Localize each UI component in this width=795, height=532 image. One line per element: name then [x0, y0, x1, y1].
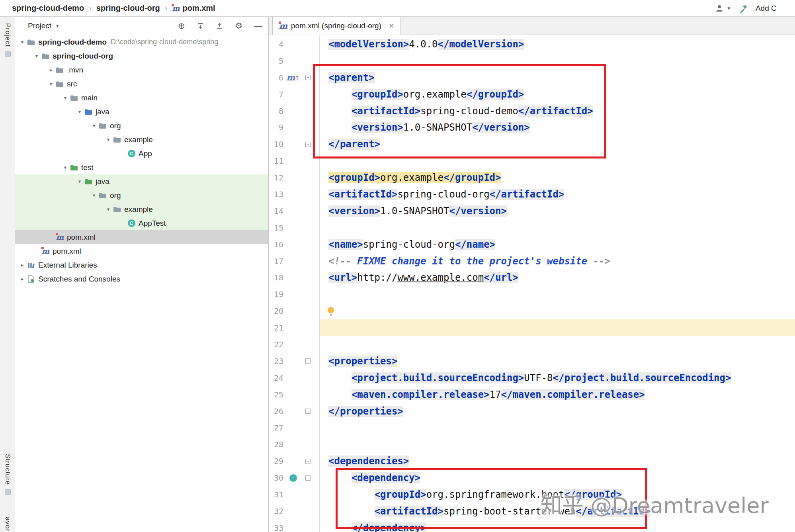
chevron-down-icon[interactable]: ▾ — [104, 206, 113, 212]
maven-parent-icon[interactable]: m↑ — [286, 72, 300, 82]
chevron-down-icon[interactable]: ▾ — [32, 53, 41, 59]
chevron-down-icon[interactable]: ▾ — [47, 81, 55, 87]
code-line[interactable]: 32<artifactId>spring-boot-starter-web</a… — [269, 503, 795, 520]
code-token: <maven.compiler.release> — [352, 389, 490, 400]
code-line[interactable]: 20 — [269, 303, 795, 319]
code-line[interactable]: 33</dependency> — [269, 520, 795, 532]
code-line[interactable]: 24<project.build.sourceEncoding>UTF-8</p… — [269, 370, 795, 386]
code-line[interactable]: 31<groupId>org.springframework.boot</gro… — [269, 486, 795, 503]
fold-marker-icon[interactable]: − — [305, 75, 311, 80]
chevron-down-icon[interactable]: ▼ — [727, 6, 731, 11]
navigate-up-icon[interactable]: ↑ — [289, 474, 297, 482]
tree-row-main[interactable]: ▾main — [15, 91, 268, 105]
code-line[interactable]: 19 — [269, 286, 795, 303]
tree-row-external-libraries[interactable]: ▸External Libraries — [15, 258, 268, 272]
chevron-down-icon[interactable]: ▾ — [61, 95, 70, 101]
structure-stripe-label[interactable]: Structure — [4, 454, 12, 485]
tree-row-pom-xml[interactable]: mpom.xml — [15, 230, 268, 244]
code-line[interactable]: 28 — [269, 436, 795, 453]
user-account-icon[interactable] — [715, 4, 724, 13]
tool-window-button-structure[interactable]: Structure — [0, 454, 15, 495]
tree-row-example[interactable]: ▾example — [15, 202, 268, 216]
code-line[interactable]: 21 — [269, 319, 795, 336]
favorites-stripe-label[interactable]: avorites — [4, 517, 12, 532]
code-line[interactable]: 18<url>http://www.example.com</url> — [269, 269, 795, 286]
settings-gear-icon[interactable]: ⚙ — [234, 21, 244, 31]
tree-row-apptest[interactable]: CAppTest — [15, 216, 268, 230]
code-token: org.example — [403, 89, 467, 100]
code-line[interactable]: 11 — [269, 153, 795, 169]
fold-marker-icon[interactable]: − — [305, 475, 311, 481]
code-line[interactable]: 16<name>spring-cloud-org</name> — [269, 236, 795, 253]
tree-row-example[interactable]: ▾example — [15, 133, 268, 147]
project-stripe-label[interactable]: Project — [4, 23, 12, 47]
fold-slot: − — [301, 409, 314, 414]
code-editor-area[interactable]: 4<modelVersion>4.0.0</modelVersion>56m↑−… — [269, 35, 795, 532]
tree-row-scratches-and-consoles[interactable]: ▸Scratches and Consoles — [15, 272, 268, 286]
expand-all-icon[interactable] — [196, 21, 205, 31]
code-line[interactable]: 15 — [269, 219, 795, 236]
tree-row-spring-cloud-org[interactable]: ▾spring-cloud-org — [15, 49, 268, 63]
chevron-right-icon[interactable]: ▸ — [47, 67, 55, 73]
code-line[interactable]: 4<modelVersion>4.0.0</modelVersion> — [269, 36, 795, 53]
code-line[interactable]: 5 — [269, 53, 795, 69]
fold-marker-icon[interactable]: − — [305, 142, 311, 147]
chevron-down-icon[interactable]: ▾ — [75, 109, 84, 115]
code-line[interactable]: 30↑−<dependency> — [269, 469, 795, 486]
chevron-down-icon[interactable]: ▾ — [61, 164, 70, 170]
code-line[interactable]: 6m↑−<parent> — [269, 69, 795, 86]
chevron-down-icon[interactable]: ▾ — [75, 178, 84, 184]
close-tab-icon[interactable]: ✕ — [389, 22, 394, 30]
code-line[interactable]: 22 — [269, 336, 795, 353]
chevron-down-icon[interactable]: ▾ — [90, 123, 98, 129]
code-line[interactable]: 25<maven.compiler.release>17</maven.comp… — [269, 386, 795, 403]
tree-row-org[interactable]: ▾org — [15, 119, 268, 133]
code-line[interactable]: 26−</properties> — [269, 403, 795, 420]
fold-slot: − — [301, 459, 314, 464]
chevron-right-icon[interactable]: ▸ — [18, 276, 27, 282]
code-line[interactable]: 12<groupId>org.example</groupId> — [269, 169, 795, 186]
code-line[interactable]: 17<!-- FIXME change it to the project's … — [269, 253, 795, 270]
code-token: spring-cloud-demo — [420, 106, 518, 117]
tree-row-org[interactable]: ▾org — [15, 188, 268, 202]
tree-row-java[interactable]: ▾java — [15, 174, 268, 188]
breadcrumb-item-spring-cloud-org[interactable]: spring-cloud-org — [96, 4, 160, 13]
hide-panel-icon[interactable]: — — [253, 21, 263, 31]
code-line[interactable]: 29−<dependencies> — [269, 453, 795, 469]
build-hammer-icon[interactable] — [738, 4, 748, 14]
tree-row-test[interactable]: ▾test — [15, 160, 268, 174]
tab-pom-xml[interactable]: m pom.xml (spring-cloud-org) ✕ — [272, 17, 401, 35]
chevron-right-icon[interactable]: ▸ — [18, 262, 27, 268]
code-line[interactable]: 10−</parent> — [269, 136, 795, 153]
breadcrumb-item-spring-cloud-demo[interactable]: spring-cloud-demo — [12, 4, 84, 13]
code-line[interactable]: 23−<properties> — [269, 353, 795, 370]
tree-row-pom-xml[interactable]: mpom.xml — [15, 244, 268, 258]
chevron-down-icon[interactable]: ▾ — [104, 137, 113, 143]
tree-row--mvn[interactable]: ▸.mvn — [15, 63, 268, 77]
locate-file-icon[interactable]: ⊕ — [177, 21, 186, 31]
chevron-down-icon[interactable]: ▾ — [90, 192, 98, 198]
add-configuration-button[interactable]: Add C — [756, 4, 777, 13]
fold-marker-icon[interactable]: − — [305, 358, 311, 364]
code-line[interactable]: 27 — [269, 419, 795, 436]
chevron-down-icon[interactable]: ▾ — [18, 39, 27, 45]
code-token: <version> — [352, 122, 403, 133]
tree-row-java[interactable]: ▾java — [15, 105, 268, 119]
collapse-all-icon[interactable] — [215, 21, 225, 31]
fold-marker-icon[interactable]: − — [305, 459, 311, 464]
code-line[interactable]: 7<groupId>org.example</groupId> — [269, 86, 795, 103]
intention-bulb-icon[interactable] — [327, 306, 335, 316]
tool-window-button-project[interactable]: Project — [0, 23, 15, 57]
project-panel-title[interactable]: Project ▼ — [28, 22, 60, 30]
code-line[interactable]: 9<version>1.0-SNAPSHOT</version> — [269, 119, 795, 136]
gutter-icon-slot: m↑ — [285, 72, 301, 82]
code-line[interactable]: 14<version>1.0-SNAPSHOT</version> — [269, 203, 795, 219]
code-line[interactable]: 13<artifactId>spring-cloud-org</artifact… — [269, 186, 795, 203]
code-line[interactable]: 8<artifactId>spring-cloud-demo</artifact… — [269, 103, 795, 119]
tree-row-app[interactable]: CApp — [15, 147, 268, 160]
tree-row-src[interactable]: ▾src — [15, 77, 268, 91]
tool-window-button-favorites[interactable]: avorites — [0, 517, 15, 532]
breadcrumb-item-pom.xml[interactable]: mpom.xml — [172, 4, 215, 13]
tree-row-spring-cloud-demo[interactable]: ▾spring-cloud-demoD:\code\spring-cloud-d… — [15, 35, 268, 49]
fold-marker-icon[interactable]: − — [305, 409, 311, 414]
